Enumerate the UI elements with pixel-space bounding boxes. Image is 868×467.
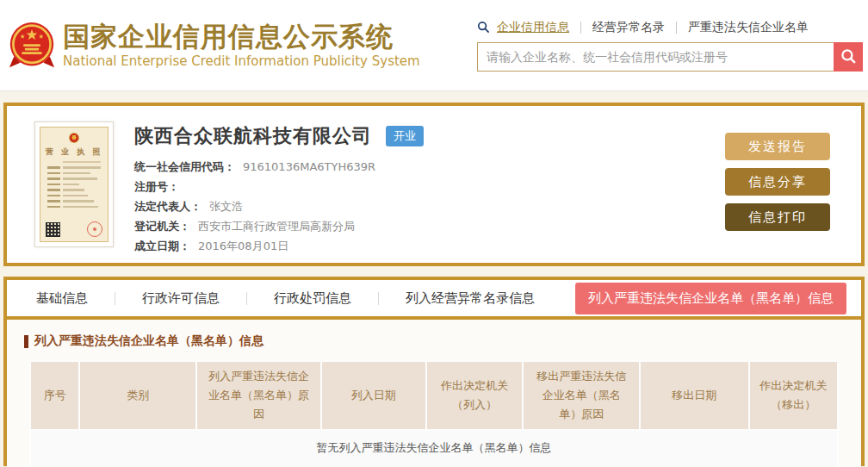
field-label: 注册号： [134, 177, 179, 196]
share-info-button[interactable]: 信息分享 [725, 168, 830, 196]
nav-separator [580, 22, 581, 34]
company-actions: 发送报告 信息分享 信息打印 [725, 133, 830, 263]
search-bar [477, 42, 863, 72]
business-license-paper: 营 业 执 照 [40, 127, 108, 242]
table-header-cell: 列入日期 [322, 362, 425, 429]
tab-basic-info[interactable]: 基础信息 [36, 290, 88, 307]
tab-admin-penalty[interactable]: 行政处罚信息 [274, 290, 351, 307]
site-header: 国家企业信用信息公示系统 National Enterprise Credit … [0, 0, 868, 91]
field-value: 张文浩 [209, 196, 243, 216]
table-header-cell: 移出严重违法失信企业名单（黑名单）原因 [524, 362, 639, 429]
site-title: 国家企业信用信息公示系统 [63, 22, 420, 53]
search-category-icon [477, 21, 490, 34]
company-field-row: 成立日期： 2016年08月01日 [134, 236, 725, 256]
detail-card: 基础信息 行政许可信息 行政处罚信息 列入经营异常名录信息 列入严重违法失信企业… [3, 277, 865, 466]
table-header-cell: 类别 [80, 362, 195, 429]
business-license-thumbnail[interactable]: 营 业 执 照 [34, 121, 114, 247]
company-field-row: 登记机关： 西安市工商行政管理局高新分局 [134, 216, 725, 236]
table-header-cell: 作出决定机关（移出） [750, 362, 837, 429]
field-label: 统一社会信用代码： [134, 157, 235, 177]
company-field-row: 统一社会信用代码： 91610136MA6TYH639R [134, 157, 725, 177]
tab-abnormal-operations[interactable]: 列入经营异常名录信息 [406, 290, 535, 307]
nav-link-serious-violations[interactable]: 严重违法失信企业名单 [688, 20, 809, 35]
site-subtitle: National Enterprise Credit Information P… [63, 53, 420, 69]
national-emblem-icon [9, 20, 55, 72]
section-title: 列入严重违法失信企业名单（黑名单）信息 [34, 333, 264, 349]
tab-blacklist[interactable]: 列入严重违法失信企业名单（黑名单）信息 [575, 283, 846, 314]
tab-admin-license[interactable]: 行政许可信息 [142, 290, 220, 307]
tab-bar: 基础信息 行政许可信息 行政处罚信息 列入经营异常名录信息 列入严重违法失信企业… [7, 280, 861, 320]
nav-link-abnormal-operations[interactable]: 经营异常名录 [592, 20, 665, 35]
company-summary-card: 营 业 执 照 陕西合众联航科技有限公司 开业 统一社会信用 [3, 103, 865, 266]
table-header-cell: 列入严重违法失信企业名单（黑名单）原因 [197, 362, 320, 429]
table-header-cell: 作出决定机关（列入） [427, 362, 523, 429]
search-type-nav: 企业信用信息 经营异常名录 严重违法失信企业名单 [477, 20, 863, 35]
license-emblem-icon [69, 133, 79, 143]
tab-separator [378, 292, 379, 305]
site-brand: 国家企业信用信息公示系统 National Enterprise Credit … [9, 20, 420, 72]
field-value: 91610136MA6TYH639R [243, 157, 375, 177]
search-input[interactable] [477, 42, 834, 72]
print-info-button[interactable]: 信息打印 [725, 203, 830, 231]
tab-separator [115, 292, 115, 305]
send-report-button[interactable]: 发送报告 [725, 133, 830, 160]
license-bottom-marks [46, 221, 102, 237]
license-title: 营 业 执 照 [46, 146, 102, 158]
blacklist-section: 列入严重违法失信企业名单（黑名单）信息 序号 类别 列入严重违法失信企业名单（黑… [7, 320, 861, 467]
field-label: 法定代表人： [134, 196, 202, 216]
field-value: 西安市工商行政管理局高新分局 [198, 216, 355, 236]
nav-separator [676, 22, 677, 34]
table-header-cell: 序号 [31, 362, 78, 429]
license-qr-code [46, 222, 60, 237]
license-text-lines [45, 166, 103, 208]
empty-state-text: 暂无列入严重违法失信企业名单（黑名单）信息 [31, 431, 837, 467]
section-marker-bar [24, 335, 28, 348]
site-titles: 国家企业信用信息公示系统 National Enterprise Credit … [63, 22, 420, 69]
table-header-cell: 移出日期 [641, 362, 747, 429]
license-red-seal [87, 221, 102, 237]
company-info: 陕西合众联航科技有限公司 开业 统一社会信用代码： 91610136MA6TYH… [134, 121, 725, 263]
status-badge: 开业 [386, 126, 424, 146]
table-header-row: 序号 类别 列入严重违法失信企业名单（黑名单）原因 列入日期 作出决定机关（列入… [31, 362, 837, 429]
field-label: 登记机关： [134, 216, 190, 236]
company-field-row: 法定代表人： 张文浩 [134, 196, 725, 216]
tab-separator [246, 292, 247, 305]
search-icon [840, 48, 857, 65]
field-value: 2016年08月01日 [198, 236, 288, 256]
company-name: 陕西合众联航科技有限公司 [134, 123, 372, 149]
license-ref-line [63, 161, 101, 163]
field-label: 成立日期： [134, 236, 190, 256]
table-empty-row: 暂无列入严重违法失信企业名单（黑名单）信息 [31, 431, 837, 467]
header-search-area: 企业信用信息 经营异常名录 严重违法失信企业名单 [477, 20, 863, 72]
company-field-row: 注册号： [134, 177, 725, 196]
blacklist-table: 序号 类别 列入严重违法失信企业名单（黑名单）原因 列入日期 作出决定机关（列入… [29, 360, 839, 467]
search-button[interactable] [834, 42, 863, 72]
nav-link-enterprise-credit[interactable]: 企业信用信息 [497, 20, 569, 35]
